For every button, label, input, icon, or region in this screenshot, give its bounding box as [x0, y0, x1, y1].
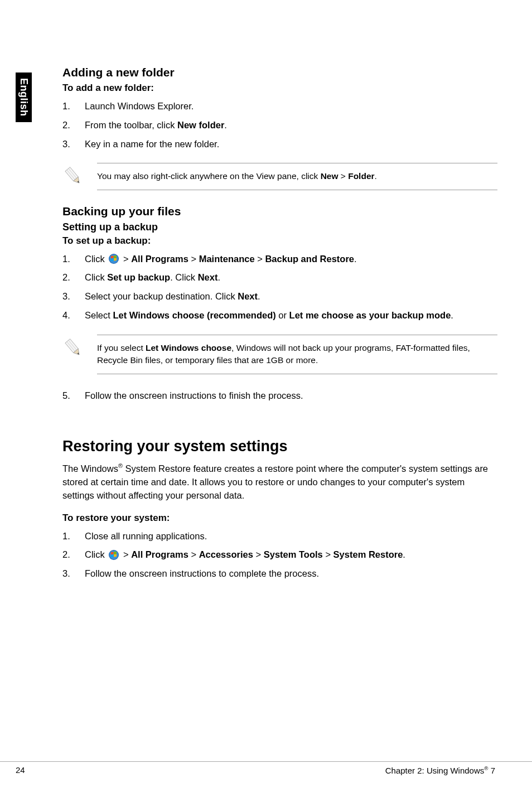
subheading-add-folder: To add a new folder:: [62, 83, 497, 94]
note-box: If you select Let Windows choose, Window…: [62, 335, 497, 374]
list-item: Close all running applications.: [62, 529, 497, 543]
svg-rect-21: [114, 554, 117, 557]
note-box: You may also right-click anywhere on the…: [62, 163, 497, 190]
language-tab: English: [16, 73, 32, 122]
list-add-folder: Launch Windows Explorer. From the toolba…: [62, 99, 497, 151]
list-item: From the toolbar, click New folder.: [62, 118, 497, 132]
list-item: Follow the onscreen instructions to comp…: [62, 567, 497, 581]
heading-backing: Backing up your files: [62, 205, 497, 218]
page-number: 24: [16, 765, 25, 775]
list-item: Click > All Programs > Maintenance > Bac…: [62, 252, 497, 266]
subheading-setting-backup: Setting up a backup: [62, 221, 497, 233]
windows-start-icon: [108, 254, 119, 264]
subheading-to-setup: To set up a backup:: [62, 235, 497, 247]
svg-rect-8: [114, 255, 117, 258]
list-item: Follow the onscreen instructions to fini…: [62, 389, 497, 403]
note-text: You may also right-click anywhere on the…: [97, 163, 497, 190]
main-content: Adding a new folder To add a new folder:…: [62, 66, 497, 588]
restoring-body: The Windows® System Restore feature crea…: [62, 462, 497, 502]
svg-rect-9: [111, 259, 114, 262]
list-item: Click Set up backup. Click Next.: [62, 270, 497, 284]
svg-point-6: [109, 254, 118, 263]
list-item: Select your backup destination. Click Ne…: [62, 289, 497, 303]
chapter-label: Chapter 2: Using Windows® 7: [385, 765, 495, 775]
svg-point-17: [109, 550, 118, 559]
svg-rect-18: [111, 552, 114, 555]
list-item: Launch Windows Explorer.: [62, 99, 497, 113]
page-footer: 24 Chapter 2: Using Windows® 7: [0, 761, 532, 775]
heading-restoring: Restoring your system settings: [62, 438, 497, 455]
svg-rect-20: [111, 554, 114, 557]
subheading-restore: To restore your system:: [62, 513, 497, 524]
svg-rect-10: [114, 258, 117, 261]
heading-adding: Adding a new folder: [62, 66, 497, 79]
windows-start-icon: [108, 550, 119, 560]
list-restore: Close all running applications. Click > …: [62, 529, 497, 581]
note-text: If you select Let Windows choose, Window…: [97, 335, 497, 374]
list-item: Select Let Windows choose (recommended) …: [62, 308, 497, 322]
list-item: Click > All Programs > Accessories > Sys…: [62, 548, 497, 562]
list-backup-cont: Follow the onscreen instructions to fini…: [62, 389, 497, 403]
svg-rect-7: [111, 256, 114, 259]
pencil-note-icon: [62, 165, 84, 186]
list-backup: Click > All Programs > Maintenance > Bac…: [62, 252, 497, 322]
svg-rect-19: [114, 552, 117, 554]
pencil-note-icon: [62, 337, 84, 358]
list-item: Key in a name for the new folder.: [62, 137, 497, 151]
